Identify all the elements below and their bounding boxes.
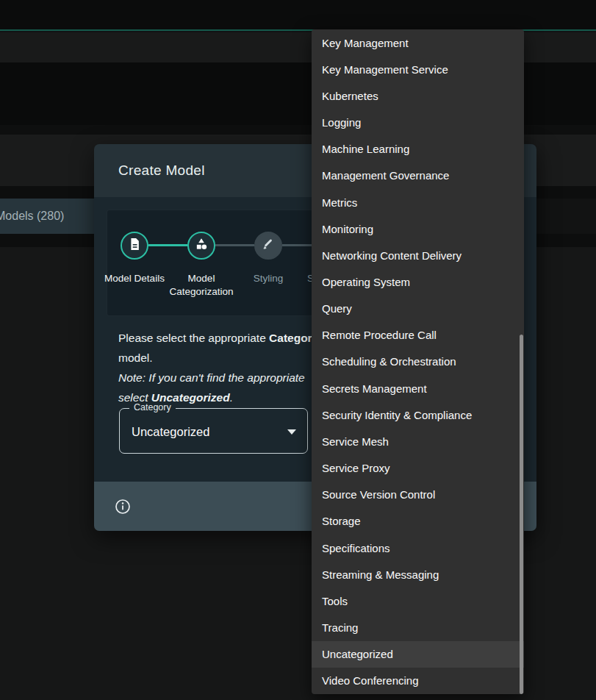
app-root: ADAPTERS REG Models (280) Create Model (0, 0, 596, 700)
info-icon[interactable] (114, 498, 132, 515)
category-select[interactable]: Category Uncategorized (119, 408, 308, 454)
models-count-label: Models (280) (0, 210, 64, 223)
dropdown-option[interactable]: Management Governance (312, 162, 524, 189)
step-connector (148, 244, 187, 246)
dropdown-option[interactable]: Video Conferencing (312, 668, 524, 694)
category-select-value: Uncategorized (132, 409, 209, 454)
step-connector (215, 244, 254, 246)
dropdown-option[interactable]: Key Management Service (312, 56, 524, 82)
dropdown-option[interactable]: Networking Content Delivery (312, 242, 524, 268)
dropdown-option[interactable]: Remote Procedure Call (312, 322, 524, 349)
dropdown-option[interactable]: Source Version Control (312, 482, 524, 508)
dropdown-option[interactable]: Service Mesh (312, 428, 524, 454)
step-styling[interactable] (254, 232, 282, 260)
dropdown-option[interactable]: Monitoring (312, 215, 524, 242)
step-label-styling: Styling (230, 272, 306, 285)
brush-icon (261, 237, 276, 254)
document-icon (127, 237, 142, 254)
dropdown-option[interactable]: Service Proxy (312, 455, 524, 482)
dropdown-option[interactable]: Key Management (312, 29, 524, 56)
dialog-title: Create Model (118, 162, 205, 179)
dropdown-option[interactable]: Specifications (312, 535, 524, 561)
dropdown-option[interactable]: Logging (312, 109, 524, 135)
dropdown-option[interactable]: Security Identity & Compliance (312, 401, 524, 428)
step-model-categorization[interactable] (187, 232, 215, 260)
dropdown-option[interactable]: Tracing (312, 614, 524, 640)
dropdown-option[interactable]: Tools (312, 588, 524, 614)
category-dropdown-menu: Key ManagementKey Management ServiceKube… (312, 29, 524, 694)
dropdown-option[interactable]: Metrics (312, 189, 524, 215)
top-bar (0, 0, 596, 31)
dropdown-option[interactable]: Query (312, 296, 524, 322)
step-label-model-details: Model Details (96, 272, 173, 285)
dropdown-option[interactable]: Secrets Management (312, 375, 524, 401)
dropdown-option[interactable]: Storage (312, 508, 524, 535)
chevron-down-icon (287, 429, 296, 435)
dropdown-option[interactable]: Streaming & Messaging (312, 561, 524, 588)
dropdown-option[interactable]: Kubernetes (312, 82, 524, 109)
step-model-details[interactable] (121, 232, 148, 260)
dropdown-option[interactable]: Uncategorized (312, 641, 524, 668)
dropdown-option[interactable]: Scheduling & Orchestration (312, 349, 524, 375)
dropdown-option[interactable]: Machine Learning (312, 136, 524, 162)
dropdown-option[interactable]: Operating System (312, 268, 524, 295)
shapes-icon (194, 237, 209, 254)
dropdown-scrollbar[interactable] (520, 335, 523, 694)
step-label-model-categorization: Model Categorization (163, 272, 240, 299)
dropdown-options-list: Key ManagementKey Management ServiceKube… (312, 29, 524, 694)
